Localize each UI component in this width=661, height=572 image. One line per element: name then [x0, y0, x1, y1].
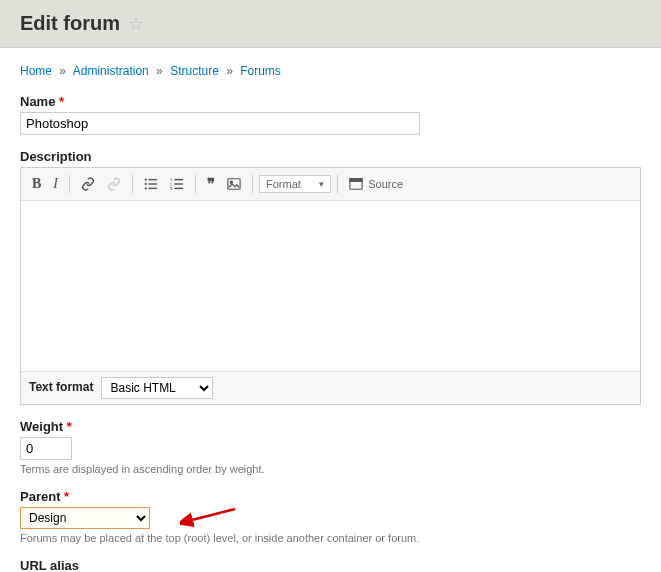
svg-rect-7 [174, 179, 183, 180]
svg-rect-12 [228, 179, 240, 190]
text-format-select[interactable]: Basic HTML [101, 377, 213, 399]
svg-rect-5 [148, 188, 157, 189]
svg-point-13 [230, 182, 232, 184]
svg-text:3: 3 [170, 187, 173, 192]
chevron-down-icon: ▾ [319, 179, 324, 189]
numbered-list-button[interactable]: 123 [165, 174, 189, 195]
breadcrumb-admin[interactable]: Administration [73, 64, 149, 78]
format-dropdown[interactable]: Format ▾ [259, 175, 331, 193]
blockquote-button[interactable]: ❞ [202, 172, 220, 196]
svg-point-0 [145, 179, 147, 181]
svg-rect-9 [174, 184, 183, 185]
unlink-button[interactable] [102, 174, 126, 195]
breadcrumb-structure[interactable]: Structure [170, 64, 219, 78]
breadcrumb-home[interactable]: Home [20, 64, 52, 78]
svg-point-2 [145, 183, 147, 185]
numbered-list-icon: 123 [170, 177, 184, 191]
parent-label: Parent * [20, 489, 641, 504]
bold-button[interactable]: B [27, 173, 46, 195]
weight-input[interactable] [20, 437, 72, 460]
description-label: Description [20, 149, 641, 164]
bulleted-list-button[interactable] [139, 174, 163, 195]
unlink-icon [107, 177, 121, 191]
image-icon [227, 177, 241, 191]
link-button[interactable] [76, 174, 100, 195]
name-input[interactable] [20, 112, 420, 135]
svg-rect-3 [148, 184, 157, 185]
name-label: Name * [20, 94, 641, 109]
image-button[interactable] [222, 174, 246, 195]
svg-line-16 [188, 509, 235, 521]
url-alias-label: URL alias [20, 558, 641, 572]
favorite-star-icon[interactable]: ☆ [128, 13, 144, 35]
text-format-label: Text format [29, 380, 93, 394]
breadcrumb-forums[interactable]: Forums [240, 64, 281, 78]
bulleted-list-icon [144, 177, 158, 191]
svg-rect-11 [174, 188, 183, 189]
editor-toolbar: B I 123 ❞ [21, 168, 640, 201]
source-button[interactable]: Source [344, 174, 408, 195]
page-header: Edit forum ☆ [0, 0, 661, 48]
rich-text-editor: B I 123 ❞ [20, 167, 641, 405]
link-icon [81, 177, 95, 191]
page-title: Edit forum [20, 12, 120, 35]
italic-button[interactable]: I [48, 173, 63, 195]
annotation-arrow-icon [180, 505, 240, 527]
svg-rect-15 [350, 179, 362, 182]
breadcrumb: Home » Administration » Structure » Foru… [20, 64, 641, 78]
weight-label: Weight * [20, 419, 641, 434]
svg-point-4 [145, 188, 147, 190]
svg-rect-1 [148, 179, 157, 180]
source-icon [349, 177, 363, 191]
editor-textarea[interactable] [21, 201, 640, 371]
parent-select[interactable]: Design [20, 507, 150, 529]
parent-help: Forums may be placed at the top (root) l… [20, 532, 641, 544]
weight-help: Terms are displayed in ascending order b… [20, 463, 641, 475]
